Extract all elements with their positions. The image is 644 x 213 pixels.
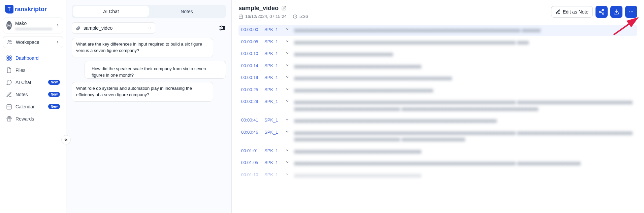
speaker-label[interactable]: SPK_1 bbox=[264, 75, 281, 80]
timestamp[interactable]: 00:00:10 bbox=[241, 51, 260, 56]
chevron-down-icon[interactable] bbox=[285, 148, 289, 152]
sidebar-item-calendar[interactable]: Calendar New bbox=[3, 101, 63, 112]
svg-point-26 bbox=[602, 13, 604, 15]
new-badge: New bbox=[48, 80, 60, 85]
speaker-label[interactable]: SPK_1 bbox=[264, 172, 281, 177]
sidebar-item-ai-chat[interactable]: AI Chat New bbox=[3, 77, 63, 88]
chat-bubble[interactable]: What are the key differences in input re… bbox=[72, 38, 213, 57]
source-label: sample_video bbox=[84, 25, 112, 31]
speaker-label[interactable]: SPK_1 bbox=[264, 117, 281, 123]
speaker-label[interactable]: SPK_1 bbox=[264, 51, 281, 56]
timestamp[interactable]: 00:00:14 bbox=[241, 63, 260, 68]
chevron-down-icon[interactable] bbox=[285, 27, 289, 31]
tab-notes[interactable]: Notes bbox=[149, 6, 225, 17]
header-actions: Edit as Note bbox=[551, 6, 637, 18]
svg-point-31 bbox=[631, 11, 632, 12]
chat-text: What role do systems and automation play… bbox=[76, 86, 192, 97]
center-tabs: AI Chat Notes bbox=[72, 5, 226, 18]
speaker-label[interactable]: SPK_1 bbox=[264, 87, 281, 92]
chevron-down-icon[interactable] bbox=[285, 172, 289, 176]
meta-duration: 5:36 bbox=[293, 14, 308, 19]
chevron-down-icon[interactable] bbox=[285, 99, 289, 103]
chevron-down-icon[interactable] bbox=[285, 87, 289, 91]
chevron-down-icon[interactable] bbox=[285, 75, 289, 79]
settings-sliders-button[interactable] bbox=[219, 24, 226, 32]
transcript-row[interactable]: 00:00:25SPK_1▮▮▮▮▮▮▮▮▮▮▮▮▮▮▮▮▮▮▮▮▮▮▮▮▮▮▮… bbox=[238, 85, 637, 96]
svg-point-32 bbox=[632, 11, 633, 12]
download-button[interactable] bbox=[610, 6, 622, 18]
speaker-label[interactable]: SPK_1 bbox=[264, 99, 281, 104]
sidebar-item-dashboard[interactable]: Dashboard bbox=[3, 52, 63, 64]
workspace-card[interactable]: Workspace bbox=[3, 36, 63, 48]
share-button[interactable] bbox=[595, 6, 608, 18]
speaker-label[interactable]: SPK_1 bbox=[264, 130, 281, 135]
workspace-label: Workspace bbox=[16, 39, 52, 45]
sidebar-item-rewards[interactable]: Rewards bbox=[3, 113, 63, 125]
edit-title-icon[interactable] bbox=[281, 6, 286, 11]
tab-ai-chat[interactable]: AI Chat bbox=[73, 6, 149, 17]
timestamp[interactable]: 00:01:05 bbox=[241, 160, 260, 165]
svg-rect-19 bbox=[239, 15, 243, 19]
transcript-row[interactable]: 00:01:10SPK_1▮▮▮▮▮▮▮▮▮▮▮▮▮▮▮▮▮▮▮▮▮▮▮▮▮▮▮… bbox=[238, 170, 637, 181]
timestamp[interactable]: 00:01:10 bbox=[241, 172, 260, 177]
timestamp[interactable]: 00:00:00 bbox=[241, 27, 260, 32]
transcript-text-blurred: ▮▮▮▮▮▮▮▮▮▮▮▮▮▮▮▮▮▮▮▮▮▮▮▮▮▮▮▮▮▮▮▮▮▮▮▮▮▮▮▮… bbox=[294, 130, 635, 143]
speaker-label[interactable]: SPK_1 bbox=[264, 148, 281, 153]
svg-point-1 bbox=[10, 41, 11, 42]
speaker-label[interactable]: SPK_1 bbox=[264, 63, 281, 68]
transcript-row[interactable]: 00:00:05SPK_1▮▮▮▮▮▮▮▮▮▮▮▮▮▮▮▮▮▮▮▮▮▮▮▮▮▮▮… bbox=[238, 37, 637, 48]
speaker-label[interactable]: SPK_1 bbox=[264, 27, 281, 32]
transcript-row[interactable]: 00:00:00SPK_1▮▮▮▮▮▮▮▮▮▮▮▮▮▮▮▮▮▮▮▮▮▮▮▮▮▮▮… bbox=[238, 25, 637, 36]
chevron-down-icon[interactable] bbox=[285, 130, 289, 134]
brand[interactable]: T ranskriptor bbox=[3, 3, 63, 15]
more-button[interactable] bbox=[625, 6, 637, 18]
transcript-row[interactable]: 00:00:14SPK_1▮▮▮▮▮▮▮▮▮▮▮▮▮▮▮▮▮▮▮▮▮▮▮▮▮▮▮… bbox=[238, 61, 637, 72]
transcript-text-blurred: ▮▮▮▮▮▮▮▮▮▮▮▮▮▮▮▮▮▮▮▮▮▮▮▮▮▮▮▮▮▮▮▮▮▮▮▮▮▮▮▮… bbox=[294, 172, 635, 179]
transcript-text-blurred: ▮▮▮▮▮▮▮▮▮▮▮▮▮▮▮▮▮▮▮▮▮▮▮▮▮▮▮▮▮▮▮▮▮▮▮▮▮▮▮▮… bbox=[294, 63, 635, 70]
tab-label: Notes bbox=[181, 9, 193, 14]
chevron-down-icon[interactable] bbox=[285, 160, 289, 164]
source-row: sample_video bbox=[72, 22, 226, 34]
chevron-down-icon[interactable] bbox=[285, 51, 289, 55]
chevron-down-icon[interactable] bbox=[285, 39, 289, 43]
svg-point-16 bbox=[223, 27, 225, 29]
timestamp[interactable]: 00:00:46 bbox=[241, 130, 260, 135]
brand-name: ranskriptor bbox=[15, 6, 47, 13]
transcript-row[interactable]: 00:00:41SPK_1▮▮▮▮▮▮▮▮▮▮▮▮▮▮▮▮▮▮▮▮▮▮▮▮▮▮▮… bbox=[238, 115, 637, 126]
speaker-label[interactable]: SPK_1 bbox=[264, 160, 281, 165]
svg-point-30 bbox=[629, 11, 630, 12]
sort-icon bbox=[148, 26, 152, 30]
pencil-icon bbox=[555, 9, 561, 15]
file-icon bbox=[6, 67, 12, 73]
speaker-label[interactable]: SPK_1 bbox=[264, 39, 281, 44]
timestamp[interactable]: 00:00:29 bbox=[241, 99, 260, 104]
sidebar-item-files[interactable]: Files bbox=[3, 64, 63, 76]
chat-bubble[interactable]: How did the speaker scale their company … bbox=[85, 61, 226, 79]
title-section: sample_video 16/12/2024, 07:15:24 5:36 bbox=[238, 5, 308, 19]
sliders-icon bbox=[219, 24, 226, 32]
transcript-row[interactable]: 00:00:29SPK_1▮▮▮▮▮▮▮▮▮▮▮▮▮▮▮▮▮▮▮▮▮▮▮▮▮▮▮… bbox=[238, 97, 637, 114]
timestamp[interactable]: 00:00:25 bbox=[241, 87, 260, 92]
timestamp[interactable]: 00:00:19 bbox=[241, 75, 260, 80]
source-select[interactable]: sample_video bbox=[72, 22, 155, 34]
sidebar-item-label: Dashboard bbox=[15, 55, 60, 61]
transcript-row[interactable]: 00:01:05SPK_1▮▮▮▮▮▮▮▮▮▮▮▮▮▮▮▮▮▮▮▮▮▮▮▮▮▮▮… bbox=[238, 158, 637, 169]
user-card[interactable]: M Mako bbox=[3, 18, 63, 33]
transcript-row[interactable]: 00:01:01SPK_1▮▮▮▮▮▮▮▮▮▮▮▮▮▮▮▮▮▮▮▮▮▮▮▮▮▮▮… bbox=[238, 146, 637, 157]
transcript-row[interactable]: 00:00:10SPK_1▮▮▮▮▮▮▮▮▮▮▮▮▮▮▮▮▮▮▮▮▮▮▮▮▮▮▮… bbox=[238, 49, 637, 60]
chat-text: How did the speaker scale their company … bbox=[92, 66, 219, 79]
transcript-row[interactable]: 00:00:46SPK_1▮▮▮▮▮▮▮▮▮▮▮▮▮▮▮▮▮▮▮▮▮▮▮▮▮▮▮… bbox=[238, 128, 637, 145]
chevron-down-icon[interactable] bbox=[285, 63, 289, 67]
timestamp[interactable]: 00:00:05 bbox=[241, 39, 260, 44]
chevron-down-icon[interactable] bbox=[285, 117, 289, 122]
chat-bubble[interactable]: What role do systems and automation play… bbox=[72, 82, 213, 102]
timestamp[interactable]: 00:01:01 bbox=[241, 148, 260, 153]
transcript-row[interactable]: 00:00:19SPK_1▮▮▮▮▮▮▮▮▮▮▮▮▮▮▮▮▮▮▮▮▮▮▮▮▮▮▮… bbox=[238, 73, 637, 84]
sidebar-collapse-button[interactable] bbox=[61, 135, 71, 144]
edit-as-note-button[interactable]: Edit as Note bbox=[551, 6, 593, 18]
sidebar-item-notes[interactable]: Notes New bbox=[3, 89, 63, 100]
share-icon bbox=[599, 9, 605, 15]
svg-point-14 bbox=[221, 26, 222, 27]
timestamp[interactable]: 00:00:41 bbox=[241, 117, 260, 123]
transcript-text-blurred: ▮▮▮▮▮▮▮▮▮▮▮▮▮▮▮▮▮▮▮▮▮▮▮▮▮▮▮▮▮▮▮▮▮▮▮▮▮▮▮▮… bbox=[294, 51, 635, 58]
